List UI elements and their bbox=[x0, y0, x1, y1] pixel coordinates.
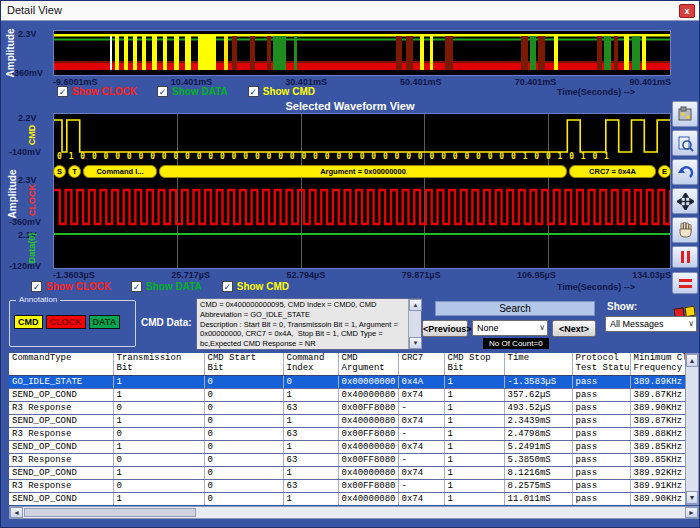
show-data-checkbox[interactable] bbox=[131, 281, 142, 292]
table-cell: 389.85KHz bbox=[630, 440, 685, 453]
move-button[interactable] bbox=[672, 188, 698, 214]
pan-button[interactable] bbox=[672, 217, 698, 243]
table-row[interactable]: SEND_OP_COND1010x400000800x741357.62µSpa… bbox=[9, 388, 685, 401]
table-row[interactable]: R3 Response00630x00FF8080-15.3850mSpass3… bbox=[9, 453, 685, 466]
column-header[interactable]: CommandType bbox=[9, 353, 113, 375]
table-cell: 0 bbox=[204, 401, 283, 414]
annotation-groupbox: Annotation CMD CLOCK DATA bbox=[9, 300, 136, 347]
bit-digit: 0 bbox=[150, 152, 155, 161]
table-cell: - bbox=[398, 453, 444, 466]
column-header[interactable]: Minimum ClFrequency bbox=[630, 353, 685, 375]
column-header[interactable]: ProtocolTest Status bbox=[572, 353, 630, 375]
data-swatch: DATA bbox=[89, 315, 121, 329]
table-cell: 0x00FF8080 bbox=[338, 401, 398, 414]
analyzer-icon bbox=[677, 106, 694, 123]
argument-bubble: Argument = 0x00000000 bbox=[159, 165, 567, 178]
table-cell: 1 bbox=[444, 492, 504, 505]
table-row[interactable]: SEND_OP_COND1010x400000800x74111.011mSpa… bbox=[9, 492, 685, 505]
undo-button[interactable] bbox=[672, 159, 698, 185]
table-cell: 1 bbox=[113, 466, 204, 479]
zoom-button[interactable] bbox=[672, 130, 698, 156]
cmd-data-textbox[interactable]: CMD = 0x400000000095, CMD Index = CMD0, … bbox=[196, 298, 422, 350]
table-cell: - bbox=[398, 427, 444, 440]
table-cell: 1 bbox=[444, 440, 504, 453]
show-cmd-checkbox[interactable] bbox=[222, 281, 233, 292]
show-filter-dropdown[interactable]: All Messages bbox=[605, 316, 697, 332]
show-clock-checkbox[interactable] bbox=[57, 86, 68, 97]
table-cell: 0x74 bbox=[398, 466, 444, 479]
bit-digit: 0 bbox=[348, 152, 353, 161]
cmd-data-scrollbar[interactable]: ▲ ▼ bbox=[408, 299, 421, 349]
bit-digit: 0 bbox=[511, 152, 516, 161]
show-data-checkbox[interactable] bbox=[157, 86, 168, 97]
bit-digit: 1 bbox=[604, 152, 609, 161]
vertical-cursors-button[interactable] bbox=[672, 246, 698, 268]
table-cell: 0x40000080 bbox=[338, 440, 398, 453]
table-cell: 0x74 bbox=[398, 388, 444, 401]
table-row[interactable]: R3 Response00630x00FF8080-18.2575mSpass3… bbox=[9, 479, 685, 492]
title-bar: Detail View x bbox=[1, 1, 699, 21]
column-header[interactable]: Time bbox=[504, 353, 572, 375]
scrollbar-thumb[interactable] bbox=[24, 508, 196, 517]
column-header[interactable]: CMD StartBit bbox=[204, 353, 283, 375]
bit-digit: 0 bbox=[395, 152, 400, 161]
bit-digit: 0 bbox=[267, 152, 272, 161]
scroll-up-icon[interactable]: ▲ bbox=[409, 299, 422, 311]
table-cell: 0 bbox=[113, 427, 204, 440]
bit-digit: 0 bbox=[80, 152, 85, 161]
table-cell: 0x40000080 bbox=[338, 492, 398, 505]
table-row[interactable]: SEND_OP_COND1010x400000800x7418.1216mSpa… bbox=[9, 466, 685, 479]
scroll-down-icon[interactable]: ▼ bbox=[686, 491, 698, 504]
table-row[interactable]: R3 Response00630x00FF8080-12.4798mSpass3… bbox=[9, 427, 685, 440]
column-header[interactable]: CRC7 bbox=[398, 353, 444, 375]
column-header[interactable]: CMDArgument bbox=[338, 353, 398, 375]
table-cell: 1 bbox=[113, 388, 204, 401]
table-cell: 1 bbox=[113, 440, 204, 453]
table-cell: -1.3583µS bbox=[504, 375, 572, 388]
table-vertical-scrollbar[interactable]: ▲ ▼ bbox=[685, 353, 699, 505]
show-cmd-label: Show CMD bbox=[263, 86, 315, 97]
horizontal-cursors-button[interactable] bbox=[672, 272, 698, 294]
next-button[interactable]: <Next> bbox=[552, 320, 596, 337]
transmission-bit-bubble: T bbox=[68, 165, 81, 178]
column-header[interactable]: TransmissionBit bbox=[113, 353, 204, 375]
table-cell: R3 Response bbox=[9, 401, 113, 414]
signal-swatches: CMD CLOCK DATA bbox=[14, 315, 120, 329]
selected-waveform-plot[interactable] bbox=[53, 113, 671, 269]
show-cmd-label: Show CMD bbox=[237, 281, 289, 292]
table-cell: 389.90KHz bbox=[630, 492, 685, 505]
table-row[interactable]: SEND_OP_COND1010x400000800x7415.2491mSpa… bbox=[9, 440, 685, 453]
table-header-row: CommandTypeTransmissionBitCMD StartBitCo… bbox=[9, 353, 685, 375]
scroll-up-icon[interactable]: ▲ bbox=[686, 354, 698, 367]
table-cell: 0x00000000 bbox=[338, 375, 398, 388]
show-clock-checkbox[interactable] bbox=[31, 281, 42, 292]
undo-icon bbox=[677, 164, 694, 181]
table-cell: 63 bbox=[283, 427, 338, 440]
scroll-left-icon[interactable]: ◄ bbox=[10, 507, 23, 518]
cmd-trace bbox=[54, 120, 670, 152]
table-row[interactable]: R3 Response00630x00FF8080-1493.52µSpass3… bbox=[9, 401, 685, 414]
table-cell: pass bbox=[572, 401, 630, 414]
overview-checkbox-row: Show CLOCK Show DATA Show CMD bbox=[57, 86, 335, 97]
search-dropdown[interactable]: None bbox=[472, 320, 548, 336]
close-icon[interactable]: x bbox=[679, 4, 695, 18]
bit-digit: 1 bbox=[523, 152, 528, 161]
table-row[interactable]: SEND_OP_COND1010x400000800x7412.3439mSpa… bbox=[9, 414, 685, 427]
bit-digit: 0 bbox=[115, 152, 120, 161]
column-header[interactable]: CMD StopBit bbox=[444, 353, 504, 375]
scroll-down-icon[interactable]: ▼ bbox=[409, 337, 422, 349]
show-cmd-checkbox[interactable] bbox=[248, 86, 259, 97]
previous-button[interactable]: <Previous> bbox=[422, 320, 468, 337]
show-filter-label: Show: bbox=[607, 301, 637, 312]
column-header[interactable]: CommandIndex bbox=[283, 353, 338, 375]
scroll-right-icon[interactable]: ► bbox=[685, 507, 698, 518]
table-cell: 0 bbox=[204, 375, 283, 388]
bit-digit: 0 bbox=[104, 152, 109, 161]
overview-y-top: 2.3V bbox=[18, 29, 37, 39]
table-horizontal-scrollbar[interactable]: ◄ ► bbox=[9, 506, 699, 519]
bit-digit: 0 bbox=[499, 152, 504, 161]
table-cell: 0x00FF8080 bbox=[338, 479, 398, 492]
analyzer-tool-button[interactable] bbox=[672, 101, 698, 127]
overview-waveform-plot[interactable] bbox=[53, 30, 671, 76]
table-row[interactable]: GO_IDLE_STATE1000x000000000x4A1-1.3583µS… bbox=[9, 375, 685, 388]
